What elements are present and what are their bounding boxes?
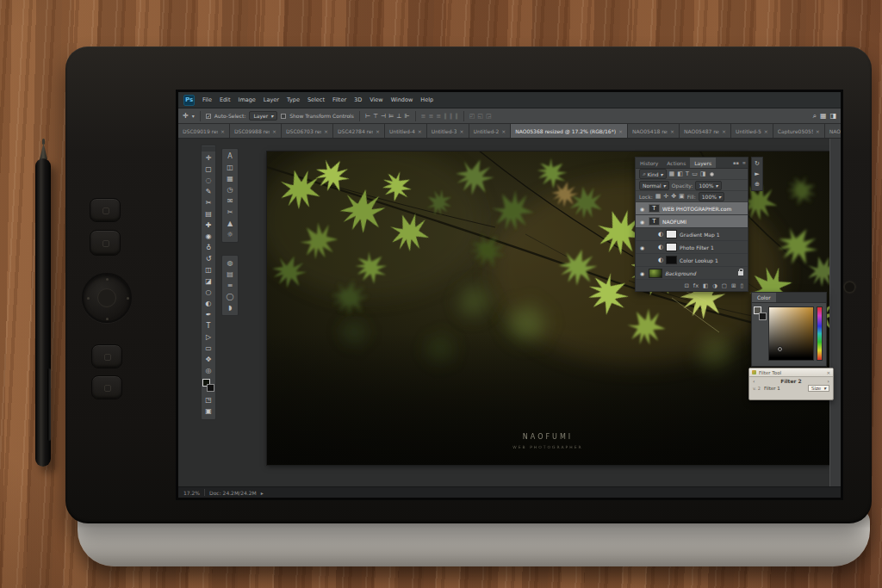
delete-layer-icon[interactable]: ▯ xyxy=(740,282,743,289)
auto-select-checkbox[interactable]: ✓ xyxy=(206,114,211,119)
visibility-eye-icon[interactable]: ◉ xyxy=(638,219,646,225)
close-tab-icon[interactable]: × xyxy=(324,128,328,134)
fill-dropdown[interactable]: 100% ▾ xyxy=(699,192,724,201)
tool-brush[interactable]: ◉ xyxy=(206,231,212,242)
layer-row[interactable]: ◉ ◐ Color Lookup 1 xyxy=(636,254,748,267)
tool-screen-mode[interactable]: ▣ xyxy=(205,405,212,417)
filter-adjustment-icon[interactable]: ◧ xyxy=(677,170,683,177)
document-tab[interactable]: Untitled-5× xyxy=(731,124,773,138)
new-group-icon[interactable]: ▢ xyxy=(722,282,727,289)
blend-mode-dropdown[interactable]: Normal ▾ xyxy=(639,181,669,190)
tool-crop[interactable]: ✂ xyxy=(206,197,212,208)
notes-panel-icon[interactable]: ✉ xyxy=(227,195,233,207)
menu-help[interactable]: Help xyxy=(420,96,433,103)
background-swatch[interactable] xyxy=(207,384,214,392)
tool-gradient[interactable]: ◪ xyxy=(205,275,212,287)
channels-panel-icon[interactable]: ▤ xyxy=(227,269,233,280)
link-layers-icon[interactable]: ⊡ xyxy=(684,282,688,289)
lock-all-icon[interactable]: ▣ xyxy=(679,193,685,200)
hue-slider[interactable] xyxy=(817,306,823,361)
close-tab-icon[interactable]: × xyxy=(272,128,276,134)
saturation-brightness-field[interactable] xyxy=(768,306,814,361)
close-tab-icon[interactable]: × xyxy=(722,128,726,134)
layer-row[interactable]: ◉ ◐ Photo Filter 1 xyxy=(636,241,748,254)
menu-type[interactable]: Type xyxy=(287,96,300,103)
close-tab-icon[interactable]: × xyxy=(220,128,225,134)
tool-preset-chevron[interactable]: ▾ xyxy=(192,113,195,119)
panel-toggle-icon[interactable]: ◨ xyxy=(829,112,836,120)
tab-actions[interactable]: Actions xyxy=(662,158,690,168)
brush-panel-icon[interactable]: ◯ xyxy=(227,291,234,302)
tool-path-select[interactable]: ▷ xyxy=(206,331,211,343)
tool-marquee[interactable]: ▢ xyxy=(205,164,212,175)
menu-image[interactable]: Image xyxy=(238,96,255,103)
close-tab-icon[interactable]: × xyxy=(816,128,820,134)
auto-select-target-dropdown[interactable]: Layer ▾ xyxy=(249,111,277,121)
close-tab-icon[interactable]: × xyxy=(670,128,674,134)
size-dropdown[interactable]: Size ▾ xyxy=(808,385,829,392)
document-tab[interactable]: NAO0538A xyxy=(825,124,841,138)
menu-select[interactable]: Select xyxy=(307,96,325,103)
document-tab[interactable]: Capture05055 resized.psd× xyxy=(773,124,825,138)
close-tab-icon[interactable]: × xyxy=(501,128,506,134)
tool-type[interactable]: T xyxy=(207,320,211,331)
close-tab-icon[interactable]: × xyxy=(764,128,768,134)
brush-preset-icon[interactable]: ► xyxy=(755,170,759,178)
tool-healing[interactable]: ✚ xyxy=(206,220,212,231)
opacity-dropdown[interactable]: 100% ▾ xyxy=(695,181,721,190)
properties-panel-icon[interactable]: ⊕ xyxy=(755,180,760,189)
layer-row-background[interactable]: ◉ Background xyxy=(636,267,748,280)
color-fg-bg-swatches[interactable] xyxy=(754,306,767,320)
layer-row[interactable]: ◉ T NAOFUMI xyxy=(636,215,748,228)
paths-panel-icon[interactable]: ≡ xyxy=(227,280,233,291)
status-menu-icon[interactable]: ▸ xyxy=(261,490,264,496)
typography-panel-icon[interactable]: A xyxy=(227,151,232,162)
tool-quick-select[interactable]: ✎ xyxy=(206,186,212,197)
show-transform-checkbox[interactable] xyxy=(281,114,286,119)
filter-smart-icon[interactable]: ◨ xyxy=(700,170,706,177)
color-picker-cursor[interactable] xyxy=(777,346,783,352)
clip-panel-icon[interactable]: ✂ xyxy=(227,207,233,218)
document-tab[interactable]: DSC42784 resized.psd× xyxy=(333,124,385,138)
tool-hand[interactable]: ✥ xyxy=(206,354,212,365)
foreground-background-swatches[interactable] xyxy=(202,379,214,392)
close-tab-icon[interactable]: × xyxy=(418,128,422,134)
layer-row[interactable]: ◉ T WEB PHOTOGRAPHER.com xyxy=(636,202,748,215)
menu-file[interactable]: File xyxy=(202,96,212,103)
menu-window[interactable]: Window xyxy=(391,96,413,103)
document-tab[interactable]: Untitled-2× xyxy=(469,124,512,138)
document-tab[interactable]: NAO05487 resized.psd× xyxy=(680,124,731,138)
document-tab[interactable]: DSC09019 resized.psd× xyxy=(178,124,230,138)
menu-view[interactable]: View xyxy=(370,96,382,103)
workspace-icon[interactable]: ▦ xyxy=(820,112,827,120)
new-layer-icon[interactable]: ⊞ xyxy=(731,282,736,289)
layer-row[interactable]: ◉ ◐ Gradient Map 1 xyxy=(636,228,748,241)
visibility-eye-icon[interactable]: ◉ xyxy=(638,244,646,251)
panel-grip[interactable] xyxy=(202,146,215,152)
arrow-right-icon[interactable]: › xyxy=(828,378,829,384)
panel-menu-icon[interactable]: ≡ xyxy=(741,158,748,168)
layer-style-icon[interactable]: fx xyxy=(693,282,699,289)
adjustments-panel-icon[interactable]: ☼ xyxy=(227,229,233,240)
tool-pen[interactable]: ✒ xyxy=(206,309,212,320)
document-tab[interactable]: DSC09988 resized.psd× xyxy=(230,124,282,138)
tool-lasso[interactable]: ◌ xyxy=(206,175,212,186)
search-icon[interactable]: ⌕ xyxy=(812,112,816,121)
lock-transparent-icon[interactable]: ▦ xyxy=(655,193,662,200)
document-tab[interactable]: Untitled-4× xyxy=(385,124,427,138)
tab-layers[interactable]: Layers xyxy=(690,158,716,168)
document-tab[interactable]: NAO05418 resized.psd× xyxy=(628,124,680,138)
distribute-icons[interactable]: ≡≡≡ ∥∥∥ xyxy=(421,113,458,120)
menu-3d[interactable]: 3D xyxy=(354,96,362,103)
arrow-left-icon[interactable]: ‹ xyxy=(753,378,755,384)
zoom-level[interactable]: 17.2% xyxy=(183,490,200,496)
filter-pixel-icon[interactable]: ▦ xyxy=(669,170,675,177)
plugin-close-icon[interactable]: × xyxy=(826,370,830,375)
lock-pixels-icon[interactable]: ✥ xyxy=(671,193,676,200)
document-tab[interactable]: DSC06703 resized.psd× xyxy=(282,124,333,138)
filter-toggle[interactable] xyxy=(710,172,714,176)
tab-history[interactable]: History xyxy=(636,158,662,168)
tool-dodge[interactable]: ◐ xyxy=(206,298,212,309)
visibility-eye-icon[interactable]: ◉ xyxy=(638,206,646,212)
tab-color[interactable]: Color xyxy=(752,293,776,302)
